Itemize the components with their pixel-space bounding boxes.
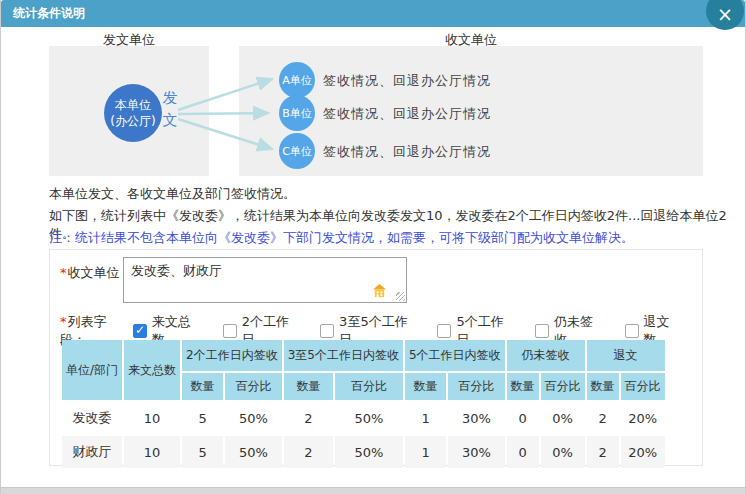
resize-grip[interactable] bbox=[396, 292, 405, 301]
sub-count: 数量 bbox=[507, 373, 539, 400]
criteria-panel: *收文单位： 发改委、财政厅 *列表字段： 来文总数 2个工作日 bbox=[49, 249, 703, 466]
send-action-label: 发文 bbox=[162, 88, 178, 132]
unit-c-desc: 签收情况、回退办公厅情况 bbox=[323, 143, 491, 161]
checkbox-icon[interactable] bbox=[320, 324, 334, 338]
sub-percent: 百分比 bbox=[621, 373, 665, 400]
group-5-workdays: 5个工作日内签收 bbox=[405, 340, 505, 371]
unit-c-node: C单位 bbox=[279, 133, 315, 169]
main-unit-name: 本单位 bbox=[115, 97, 151, 113]
dialog-titlebar[interactable]: 统计条件说明 bbox=[1, 0, 745, 27]
group-3to5-workdays: 3至5个工作日内签收 bbox=[284, 340, 403, 371]
sub-percent: 百分比 bbox=[541, 373, 585, 400]
table-row: 财政厅 10 5 50% 2 50% 1 30% 0 0% 2 20% bbox=[62, 436, 665, 468]
checkbox-icon[interactable] bbox=[133, 324, 147, 338]
sub-percent: 百分比 bbox=[448, 373, 505, 400]
unit-a-node: A单位 bbox=[279, 62, 315, 98]
group-returned: 退文 bbox=[587, 340, 665, 371]
main-unit-subname: (办公厅) bbox=[110, 113, 155, 129]
required-mark: * bbox=[60, 265, 67, 280]
sub-percent: 百分比 bbox=[335, 373, 403, 400]
table-group-header-row: 单位/部门 来文总数 2个工作日内签收 3至5个工作日内签收 5个工作日内签收 … bbox=[62, 340, 665, 371]
receiver-field-label: *收文单位： bbox=[60, 264, 133, 282]
organization-picker-icon[interactable] bbox=[372, 283, 387, 298]
sub-count: 数量 bbox=[405, 373, 446, 400]
statistics-criteria-dialog: 统计条件说明 × 发文单位 收文单位 本单位 (办公厅) 发文 A单位 签收情况… bbox=[0, 0, 746, 494]
receiver-units-input[interactable]: 发改委、财政厅 bbox=[123, 257, 407, 303]
sub-percent: 百分比 bbox=[225, 373, 282, 400]
description-line-1: 本单位发文、各收文单位及部门签收情况。 bbox=[49, 185, 296, 203]
checkbox-icon[interactable] bbox=[223, 324, 237, 338]
main-unit-node: 本单位 (办公厅) bbox=[104, 84, 162, 142]
group-2-workdays: 2个工作日内签收 bbox=[182, 340, 282, 371]
col-unit-dept: 单位/部门 bbox=[62, 340, 122, 400]
table-row: 发改委 10 5 50% 2 50% 1 30% 0 0% 2 20% bbox=[62, 402, 665, 434]
group-not-signed: 仍未签收 bbox=[507, 340, 585, 371]
description-note: 注：统计结果不包含本单位向《发改委》下部门发文情况，如需要，可将下级部门配为收文… bbox=[49, 229, 634, 247]
col-total-received: 来文总数 bbox=[124, 340, 180, 400]
checkbox-icon[interactable] bbox=[535, 324, 549, 338]
sub-count: 数量 bbox=[587, 373, 619, 400]
receiver-units-value: 发改委、财政厅 bbox=[131, 263, 222, 278]
unit-b-node: B单位 bbox=[279, 95, 315, 131]
checkbox-icon[interactable] bbox=[437, 324, 451, 338]
dialog-bottom-shadow bbox=[1, 487, 745, 494]
unit-a-desc: 签收情况、回退办公厅情况 bbox=[323, 72, 491, 90]
dialog-title: 统计条件说明 bbox=[1, 0, 745, 27]
unit-b-desc: 签收情况、回退办公厅情况 bbox=[323, 105, 491, 123]
statistics-table: 单位/部门 来文总数 2个工作日内签收 3至5个工作日内签收 5个工作日内签收 … bbox=[60, 338, 667, 470]
sub-count: 数量 bbox=[284, 373, 333, 400]
checkbox-icon[interactable] bbox=[625, 324, 639, 338]
sub-count: 数量 bbox=[182, 373, 223, 400]
